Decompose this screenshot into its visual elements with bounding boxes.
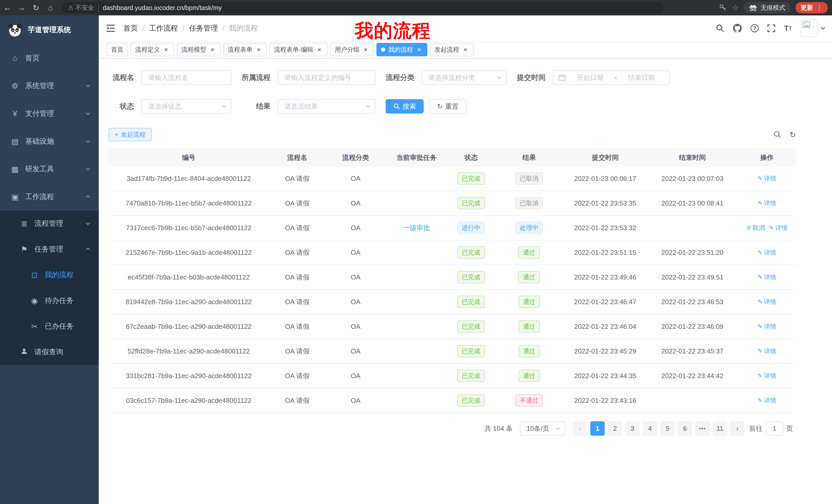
sidebar-item-process-management[interactable]: ≣ 流程管理: [0, 211, 99, 236]
submit-time-range-picker[interactable]: 开始日期 - 结束日期: [553, 71, 670, 85]
page-button[interactable]: 3: [625, 421, 640, 436]
tab-close-icon[interactable]: ×: [255, 46, 262, 53]
page-button[interactable]: 4: [643, 421, 657, 436]
user-menu[interactable]: [801, 20, 824, 37]
search-button[interactable]: 搜索: [386, 99, 424, 114]
tab-item[interactable]: 流程模型×: [177, 43, 220, 56]
cell-status: 已完成: [447, 339, 495, 364]
tab-close-icon[interactable]: ×: [462, 46, 469, 53]
tab-close-icon[interactable]: ×: [316, 46, 323, 53]
cell-result: 通过: [495, 265, 564, 290]
help-icon[interactable]: ?: [751, 24, 759, 32]
tab-close-icon[interactable]: ×: [362, 46, 369, 53]
goto-page-input[interactable]: [766, 421, 783, 436]
page-button[interactable]: 2: [608, 421, 622, 436]
status-select[interactable]: 请选择状态: [141, 99, 231, 114]
reset-button[interactable]: ↻ 重置: [430, 99, 466, 114]
cell-process-name: OA 请假: [269, 388, 326, 413]
fullscreen-icon[interactable]: [768, 24, 775, 32]
cell-current-task: [386, 166, 447, 191]
active-tab-dot: [381, 48, 385, 52]
start-date-placeholder[interactable]: 开始日期: [568, 73, 613, 82]
detail-action-link[interactable]: ✎详情: [769, 224, 787, 232]
refresh-table-icon[interactable]: ↻: [789, 130, 796, 139]
tab-item[interactable]: 用户分组×: [330, 43, 374, 56]
forward-icon[interactable]: →: [15, 3, 29, 12]
page-button[interactable]: 6: [678, 421, 692, 436]
category-select[interactable]: 请选择流程分类: [422, 71, 506, 85]
sidebar-item-done-tasks[interactable]: ✂ 已办任务: [0, 313, 99, 339]
sidebar-item-payment[interactable]: ¥ 支付管理: [0, 100, 99, 128]
detail-action-link[interactable]: ✎详情: [758, 323, 776, 331]
bookmark-star-icon[interactable]: ☆: [732, 4, 738, 12]
tab-close-icon[interactable]: ×: [209, 46, 216, 53]
next-page-button[interactable]: ›: [730, 421, 745, 436]
sidebar-item-dev-tools[interactable]: ▦ 研发工具: [0, 155, 99, 183]
detail-action-link[interactable]: ✎详情: [758, 248, 776, 257]
breadcrumb-home[interactable]: 首页: [123, 23, 138, 33]
tab-item[interactable]: 首页: [106, 43, 128, 56]
tab-item[interactable]: 发起流程×: [430, 43, 474, 56]
cell-category: OA: [326, 388, 386, 413]
detail-action-link[interactable]: ✎详情: [758, 174, 776, 183]
cell-submit-time: 2022-01-23 00:06:17: [564, 166, 647, 191]
sidebar-item-infrastructure[interactable]: ▤ 基础设施: [0, 128, 99, 155]
prev-page-button[interactable]: ‹: [573, 421, 587, 436]
sidebar-item-workflow[interactable]: ▣ 工作流程: [0, 183, 99, 211]
tab-item[interactable]: 流程表单×: [223, 43, 267, 56]
toggle-search-icon[interactable]: [774, 131, 781, 138]
page-button[interactable]: 5: [660, 421, 675, 436]
sidebar-item-label: 我的流程: [45, 270, 74, 280]
cancel-action-link[interactable]: ⊘取消: [746, 224, 765, 232]
tab-item[interactable]: 我的流程×: [376, 43, 427, 56]
sidebar-item-home[interactable]: ⌂ 首页: [0, 44, 99, 72]
more-pages-button[interactable]: •••: [695, 421, 710, 436]
tab-item[interactable]: 流程定义×: [131, 43, 174, 56]
reload-icon[interactable]: ↻: [29, 3, 43, 12]
home-icon[interactable]: ⌂: [43, 3, 58, 12]
font-size-icon[interactable]: TT: [784, 24, 792, 33]
breadcrumb-workflow[interactable]: 工作流程: [149, 23, 178, 33]
cell-actions: ✎详情: [738, 265, 796, 290]
browser-menu-icon[interactable]: ⋮: [816, 4, 823, 12]
sidebar-item-system[interactable]: ⚙ 系统管理: [0, 72, 99, 100]
create-process-button[interactable]: + 发起流程: [108, 128, 152, 141]
back-icon[interactable]: ←: [0, 3, 15, 12]
current-task-link[interactable]: 一级审批: [403, 223, 430, 232]
process-name-input[interactable]: [141, 71, 231, 85]
detail-action-link[interactable]: ✎详情: [758, 396, 776, 404]
parent-process-input[interactable]: [278, 71, 375, 85]
sidebar-item-task-management[interactable]: ⚑ 任务管理: [0, 236, 99, 262]
url-text[interactable]: dashboard.yudao.iocoder.cn/bpm/task/my: [103, 4, 222, 11]
result-badge: 处理中: [515, 222, 543, 234]
detail-action-link[interactable]: ✎详情: [758, 273, 776, 281]
search-icon[interactable]: [716, 24, 724, 32]
detail-action-link[interactable]: ✎详情: [758, 347, 776, 355]
result-select[interactable]: 请选流结果: [278, 99, 375, 114]
not-secure-warning[interactable]: ⚠ 不安全: [68, 4, 99, 12]
broken-image-icon: [803, 22, 810, 28]
cell-end-time: [647, 216, 738, 241]
update-button[interactable]: 更新 ⋮: [796, 2, 828, 13]
sidebar-toggle-icon[interactable]: [99, 24, 123, 32]
end-date-placeholder[interactable]: 结束日期: [619, 73, 664, 82]
breadcrumb-task-management[interactable]: 任务管理: [189, 23, 218, 33]
page-button[interactable]: 1: [590, 421, 605, 436]
github-icon[interactable]: [733, 24, 742, 33]
tab-close-icon[interactable]: ×: [415, 46, 423, 53]
password-key-icon[interactable]: [719, 4, 727, 11]
tab-close-icon[interactable]: ×: [162, 46, 170, 53]
tab-item[interactable]: 流程表单-编辑×: [269, 43, 328, 56]
detail-action-link[interactable]: ✎详情: [758, 372, 776, 380]
page-button[interactable]: 11: [713, 421, 727, 436]
sidebar-item-leave-query[interactable]: 请假查询: [0, 339, 99, 365]
chevron-down-icon: [86, 111, 90, 115]
address-bar[interactable]: ⚠ 不安全 dashboard.yudao.iocoder.cn/bpm/tas…: [62, 2, 663, 13]
cell-status: 已完成: [447, 314, 495, 339]
page-size-select[interactable]: 10条/页: [520, 421, 565, 436]
sidebar-item-todo-tasks[interactable]: ◉ 待办任务: [0, 288, 99, 313]
detail-action-link[interactable]: ✎详情: [758, 298, 776, 306]
avatar[interactable]: [801, 20, 818, 37]
detail-action-link[interactable]: ✎详情: [758, 199, 776, 207]
sidebar-item-my-process[interactable]: ⊡ 我的流程: [0, 262, 99, 288]
